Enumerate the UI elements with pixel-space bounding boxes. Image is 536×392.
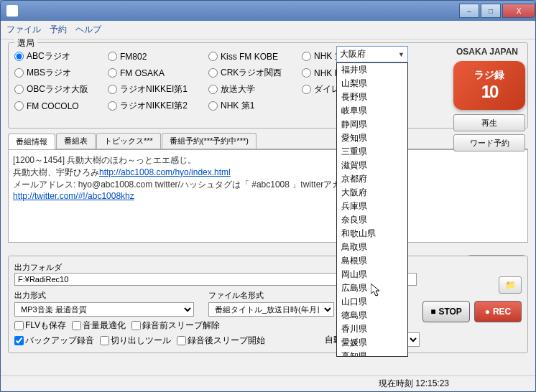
station-label: FM802 [120,52,147,62]
prefecture-item[interactable]: 福井県 [337,63,407,77]
record-icon: ● [485,307,490,317]
menu-help[interactable]: ヘルプ [75,24,101,36]
chevron-down-icon: ▼ [398,51,405,58]
station-radio[interactable]: MBSラジオ [14,67,108,79]
tabstrip: 番組情報番組表トピックス***番組予約(***予約中***) [8,133,528,149]
chk-backup[interactable]: バックアップ録音 [14,335,94,347]
station-group-title: 選局 [14,37,37,50]
station-label: OBCラジオ大阪 [27,83,88,95]
statusbar: 現在時刻 12:15:23 [1,375,535,391]
prefecture-selected[interactable]: 大阪府 ▼ [336,46,408,62]
play-button[interactable]: 再生 [453,114,525,131]
prefecture-item[interactable]: 山口県 [337,295,407,309]
tab[interactable]: 番組表 [56,133,96,149]
folder-icon: 📁 [505,280,516,290]
minimize-button[interactable]: – [459,4,479,18]
station-radio[interactable]: 放送大学 [208,83,302,95]
titlebar[interactable]: – □ X [1,1,535,21]
tab[interactable]: 番組情報 [8,134,55,149]
prefecture-item[interactable]: 高知県 [337,350,407,357]
app-logo: ラジ録 10 [453,61,525,110]
close-button[interactable]: X [502,4,535,18]
tab[interactable]: トピックス*** [96,133,161,149]
prefecture-item[interactable]: 香川県 [337,322,407,336]
info-link2[interactable]: http://twitter.com/#!/abc1008khz [13,191,134,201]
station-radio[interactable]: CRKラジオ関西 [208,67,302,79]
info-line3: メールアドレス: hyo@abc1008.com twitter/ハッシュタグは… [13,179,523,191]
station-label: CRKラジオ関西 [221,67,282,79]
program-info-panel[interactable]: [1200～1454] 兵動大樹のほわ～っとエエ感じ。 兵動大樹、宇野ひろみht… [8,149,528,243]
stop-button[interactable]: ■STOP [422,301,470,322]
station-radio[interactable]: ラジオNIKKEI第2 [108,100,208,112]
station-label: FM OSAKA [120,68,165,78]
prefecture-dropdown[interactable]: 大阪府 ▼ 福井県山梨県長野県岐阜県静岡県愛知県三重県滋賀県京都府大阪府兵庫県奈… [336,46,408,357]
maximize-button[interactable]: □ [481,4,501,18]
prefecture-item[interactable]: 滋賀県 [337,159,407,172]
area-label: OSAKA JAPAN [456,47,518,57]
menu-reserve[interactable]: 予約 [50,24,67,36]
chk-flv[interactable]: FLVも保存 [14,319,66,332]
station-label: ABCラジオ [27,50,70,62]
station-label: ラジオNIKKEI第1 [120,83,188,95]
prefecture-item[interactable]: 長野県 [337,90,407,104]
prefecture-item[interactable]: 和歌山県 [337,227,407,241]
station-radio[interactable]: ラジオNIKKEI第1 [108,83,208,95]
output-folder-label: 出力フォルダ [14,262,522,273]
station-radio[interactable]: Kiss FM KOBE [208,50,302,62]
prefecture-item[interactable]: 三重県 [337,145,407,159]
keyword-reserve-button[interactable]: ワード予約 [453,134,525,151]
prefecture-item[interactable]: 京都府 [337,172,407,186]
logo-line1: ラジ録 [474,69,504,82]
filename-format-combo[interactable]: 番組タイトル_放送日時(年月日時分) [208,302,334,317]
prefecture-item[interactable]: 岡山県 [337,268,407,281]
prefecture-item[interactable]: 愛媛県 [337,336,407,350]
chk-post[interactable]: 録音後スリープ開始 [177,335,265,347]
station-label: Kiss FM KOBE [221,52,278,62]
info-line1: [1200～1454] 兵動大樹のほわ～っとエエ感じ。 [13,154,523,167]
tab[interactable]: 番組予約(***予約中***) [162,133,257,149]
filename-format-label: ファイル名形式 [208,290,334,301]
prefecture-item[interactable]: 愛知県 [337,131,407,145]
chk-opt[interactable]: 音量最適化 [72,319,126,332]
prefecture-item[interactable]: 山梨県 [337,77,407,90]
station-label: FM COCOLO [27,101,79,111]
station-radio[interactable]: FM OSAKA [108,67,208,79]
info-link1[interactable]: http://abc1008.com/hyo/index.html [99,167,231,177]
prefecture-item[interactable]: 広島県 [337,281,407,295]
prefecture-item[interactable]: 岐阜県 [337,104,407,118]
prefecture-item[interactable]: 大阪府 [337,186,407,200]
output-format-label: 出力形式 [14,290,194,301]
station-radio[interactable]: FM COCOLO [14,100,108,112]
prefecture-item[interactable]: 鳥取県 [337,241,407,254]
info-line2: 兵動大樹、宇野ひろみ [13,167,99,177]
app-window: – □ X ファイル 予約 ヘルプ 選局 ABCラジオFM802Kiss FM … [0,0,536,392]
station-radio[interactable]: ABCラジオ [14,50,108,62]
station-label: MBSラジオ [27,67,71,79]
station-radio[interactable]: NHK 第1 [208,100,302,112]
station-label: 放送大学 [221,83,255,95]
app-icon [6,5,18,17]
station-radio[interactable]: FM802 [108,50,208,62]
stop-icon: ■ [430,307,435,317]
prefecture-item[interactable]: 静岡県 [337,118,407,131]
chk-pre[interactable]: 録音前スリープ解除 [131,319,220,332]
station-radio[interactable]: OBCラジオ大阪 [14,83,108,95]
prefecture-item[interactable]: 奈良県 [337,213,407,227]
record-button[interactable]: ●REC [474,301,522,322]
station-groupbox: 選局 ABCラジオFM802Kiss FM KOBENHK 第2MBSラジオFM… [8,42,528,129]
prefecture-item[interactable]: 兵庫県 [337,200,407,213]
menu-file[interactable]: ファイル [6,24,41,36]
logo-line2: 10 [481,82,498,102]
output-section: 出力フォルダ 📁 出力形式 MP3音楽 最適音質 ファイル名形式 番組タイトル_… [8,256,528,353]
station-label: ラジオNIKKEI第2 [120,100,188,112]
clock-label: 現在時刻 12:15:23 [379,378,449,390]
output-format-combo[interactable]: MP3音楽 最適音質 [14,302,194,317]
browse-folder-button[interactable]: 📁 [499,276,522,294]
prefecture-item[interactable]: 徳島県 [337,309,407,322]
prefecture-list[interactable]: 福井県山梨県長野県岐阜県静岡県愛知県三重県滋賀県京都府大阪府兵庫県奈良県和歌山県… [336,62,408,357]
menubar: ファイル 予約 ヘルプ [1,21,535,39]
prefecture-item[interactable]: 島根県 [337,254,407,268]
station-label: NHK 第1 [221,100,254,112]
chk-cut[interactable]: 切り出しツール [100,335,171,347]
